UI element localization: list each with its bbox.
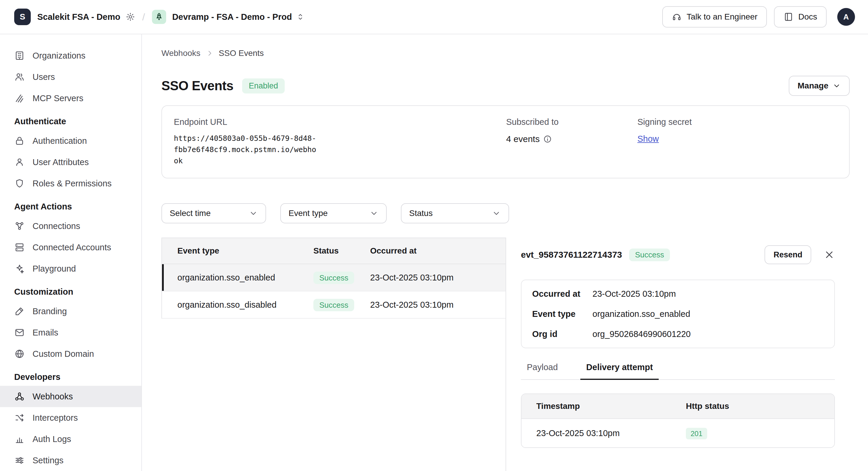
sidebar-item-playground[interactable]: Playground — [0, 258, 141, 279]
docs-button[interactable]: Docs — [774, 6, 827, 28]
breadcrumb-webhooks[interactable]: Webhooks — [161, 49, 200, 58]
sliders-icon — [14, 455, 25, 466]
signing-secret-label: Signing secret — [638, 117, 837, 127]
main-content: Webhooks SSO Events SSO Events Enabled M… — [142, 34, 868, 471]
chevron-right-icon — [206, 50, 213, 57]
subscribed-count: 4 events — [506, 134, 539, 144]
sidebar-item-label: User Attributes — [33, 157, 89, 167]
endpoint-url-value: https://405803a0-055b-4679-8d48-fbb7e6f4… — [174, 133, 319, 167]
column-header-http-status: Http status — [686, 402, 834, 411]
time-filter-label: Select time — [170, 209, 211, 218]
sidebar-item-label: Settings — [33, 455, 64, 465]
field-row: Org id org_95026846990601220 — [522, 324, 834, 344]
subscribed-to-label: Subscribed to — [506, 117, 638, 127]
info-icon[interactable] — [543, 135, 552, 144]
page-title: SSO Events — [161, 79, 233, 93]
manage-button[interactable]: Manage — [789, 76, 850, 96]
table-row[interactable]: organization.sso_enabled Success 23-Oct-… — [162, 264, 505, 291]
field-label: Event type — [532, 309, 592, 319]
sidebar-item-label: Branding — [33, 306, 67, 316]
endpoint-url-label: Endpoint URL — [174, 117, 506, 127]
workspace-name[interactable]: Scalekit FSA - Demo — [37, 12, 120, 22]
sidebar-item-auth-logs[interactable]: Auth Logs — [0, 429, 141, 450]
webhook-icon — [14, 391, 25, 402]
bar-chart-icon — [14, 434, 25, 444]
field-value: org_95026846990601220 — [592, 329, 691, 339]
breadcrumb-sso-events[interactable]: SSO Events — [219, 49, 264, 58]
event-type-filter-dropdown[interactable]: Event type — [280, 203, 387, 224]
tab-delivery-attempt[interactable]: Delivery attempt — [580, 362, 659, 379]
show-secret-link[interactable]: Show — [638, 134, 659, 144]
talk-to-engineer-button[interactable]: Talk to an Engineer — [662, 6, 767, 28]
sidebar-item-label: Custom Domain — [33, 349, 94, 359]
app: S Scalekit FSA - Demo / Devramp - FSA - … — [0, 0, 868, 471]
sidebar-item-mcp-servers[interactable]: MCP Servers — [0, 88, 141, 109]
filters-row: Select time Event type Status — [161, 203, 850, 224]
sidebar-section-agent-actions: Agent Actions — [0, 198, 141, 215]
events-table-header: Event type Status Occurred at — [162, 238, 505, 264]
shield-icon — [14, 178, 25, 189]
status-badge: Success — [313, 272, 354, 284]
time-filter-dropdown[interactable]: Select time — [161, 203, 266, 224]
sidebar-item-settings[interactable]: Settings — [0, 450, 141, 471]
sidebar-item-authentication[interactable]: Authentication — [0, 130, 141, 151]
status-badge: Success — [629, 248, 670, 261]
sidebar-section-authenticate: Authenticate — [0, 112, 141, 130]
sidebar: Organizations Users MCP Servers Authenti… — [0, 34, 142, 471]
events-table: Event type Status Occurred at organizati… — [161, 238, 505, 319]
attempt-row[interactable]: 23-Oct-2025 03:10pm 201 — [522, 419, 834, 447]
gear-icon[interactable] — [126, 12, 135, 22]
sidebar-item-user-attributes[interactable]: User Attributes — [0, 151, 141, 173]
nodes-icon — [14, 221, 25, 231]
close-icon[interactable] — [824, 249, 835, 260]
users-icon — [14, 71, 25, 82]
path-separator: / — [142, 11, 145, 23]
chevron-up-down-icon[interactable] — [296, 12, 305, 21]
column-header-timestamp: Timestamp — [522, 402, 686, 411]
event-type-cell: organization.sso_enabled — [162, 273, 313, 283]
sidebar-item-connected-accounts[interactable]: Connected Accounts — [0, 237, 141, 258]
column-header-status: Status — [313, 246, 370, 256]
sidebar-item-users[interactable]: Users — [0, 66, 141, 88]
sidebar-item-roles-permissions[interactable]: Roles & Permissions — [0, 173, 141, 194]
stacked-cards-icon — [14, 242, 25, 253]
signing-secret-column: Signing secret Show — [638, 117, 837, 167]
occurred-at-cell: 23-Oct-2025 03:10pm — [370, 273, 505, 283]
column-header-event-type: Event type — [162, 246, 313, 256]
top-bar: S Scalekit FSA - Demo / Devramp - FSA - … — [0, 0, 868, 34]
status-filter-dropdown[interactable]: Status — [401, 203, 509, 224]
environment-name[interactable]: Devramp - FSA - Demo - Prod — [172, 12, 292, 22]
sidebar-item-organizations[interactable]: Organizations — [0, 45, 141, 66]
chevron-down-icon — [492, 209, 501, 218]
sidebar-item-webhooks[interactable]: Webhooks — [0, 386, 141, 407]
route-arrows-icon — [14, 412, 25, 423]
status-badge: Success — [313, 299, 354, 311]
field-row: Event type organization.sso_enabled — [522, 304, 834, 324]
sidebar-item-label: Connections — [33, 221, 80, 231]
paintbrush-icon — [14, 306, 25, 317]
resend-button[interactable]: Resend — [765, 245, 811, 264]
sparkles-icon — [14, 263, 25, 274]
sidebar-item-branding[interactable]: Branding — [0, 301, 141, 322]
sidebar-item-connections[interactable]: Connections — [0, 215, 141, 237]
book-icon — [783, 12, 794, 22]
avatar[interactable]: A — [837, 8, 855, 26]
endpoint-card: Endpoint URL https://405803a0-055b-4679-… — [161, 105, 850, 178]
event-type-cell: organization.sso_disabled — [162, 300, 313, 310]
tab-payload[interactable]: Payload — [521, 362, 564, 379]
table-row[interactable]: organization.sso_disabled Success 23-Oct… — [162, 291, 505, 319]
sidebar-item-custom-domain[interactable]: Custom Domain — [0, 343, 141, 364]
sidebar-item-interceptors[interactable]: Interceptors — [0, 407, 141, 429]
sidebar-section-developers: Developers — [0, 368, 141, 386]
sidebar-item-label: Interceptors — [33, 413, 78, 423]
chevron-down-icon — [370, 209, 378, 218]
detail-header: evt_95873761122714373 Success Resend — [521, 245, 835, 265]
occurred-at-cell: 23-Oct-2025 03:10pm — [370, 300, 505, 310]
sidebar-item-label: Emails — [33, 328, 58, 337]
manage-label: Manage — [798, 81, 828, 91]
talk-to-engineer-label: Talk to an Engineer — [686, 12, 757, 22]
field-label: Org id — [532, 329, 592, 339]
sidebar-item-emails[interactable]: Emails — [0, 322, 141, 343]
title-row: SSO Events Enabled Manage — [161, 76, 850, 96]
sidebar-item-label: Users — [33, 72, 55, 82]
